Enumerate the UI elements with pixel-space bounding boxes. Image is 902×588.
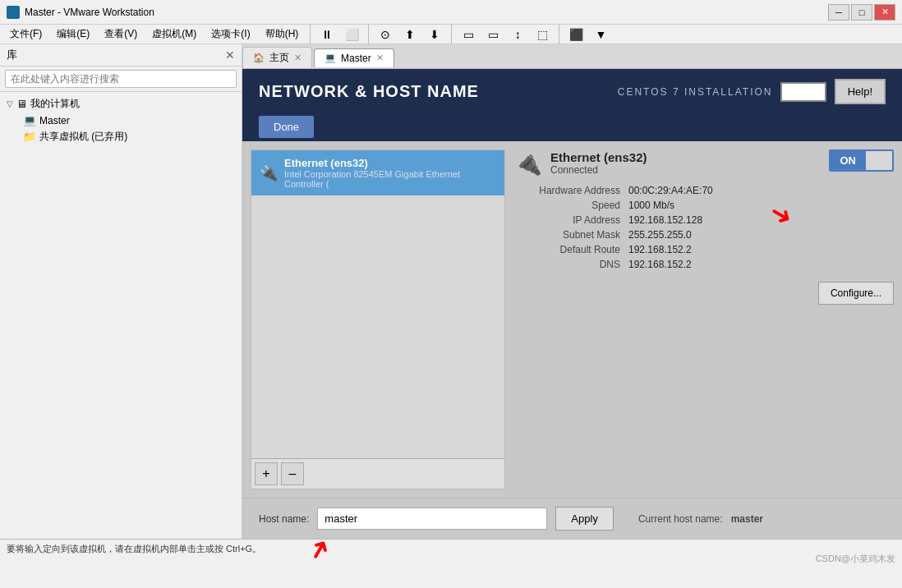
tab-master[interactable]: 💻 Master ✕ — [314, 48, 394, 67]
details-adapter-info: 🔌 Ethernet (ens32) Connected — [513, 149, 647, 177]
toggle-off-button[interactable] — [866, 151, 892, 170]
hostname-input[interactable] — [317, 508, 547, 530]
menu-help[interactable]: 帮助(H) — [259, 25, 306, 43]
vm-tab-icon: 💻 — [324, 53, 336, 63]
apply-button[interactable]: Apply — [555, 507, 614, 531]
adapters-toolbar: + – — [251, 458, 504, 489]
tree-children: 💻 Master 📁 共享虚拟机 (已弃用) — [20, 113, 238, 145]
sidebar-close-button[interactable]: ✕ — [225, 48, 235, 62]
menu-tabs[interactable]: 选项卡(I) — [205, 25, 256, 43]
add-adapter-button[interactable]: + — [255, 462, 278, 485]
tab-home-label: 主页 — [269, 51, 289, 65]
tree-item-shared[interactable]: 📁 共享虚拟机 (已弃用) — [20, 128, 238, 145]
pause-button[interactable]: ⏸ — [315, 23, 338, 46]
tree-item-my-computers[interactable]: ▽ 🖥 我的计算机 — [3, 95, 238, 113]
keyboard-input-area: ⌨ us — [780, 82, 826, 102]
adapter-name: Ethernet (ens32) — [284, 157, 496, 169]
configure-button[interactable]: Configure... — [818, 282, 894, 305]
shared-icon: 📁 — [23, 131, 36, 143]
toolbar-icon-2[interactable]: ⊙ — [374, 23, 397, 46]
network-top-right: CENTOS 7 INSTALLATION ⌨ us Help! — [618, 79, 886, 104]
toggle-button-group: ON — [829, 149, 895, 172]
details-row-subnet: Subnet Mask 255.255.255.0 — [513, 229, 894, 241]
tree-arrow: ▽ — [7, 99, 16, 108]
window-title: Master - VMware Workstation — [25, 7, 828, 18]
toolbar-icon-7[interactable]: ↕ — [506, 23, 529, 46]
details-row-ip: IP Address 192.168.152.128 — [513, 214, 894, 226]
toolbar-icon-5[interactable]: ▭ — [457, 23, 480, 46]
window-controls: ─ □ ✕ — [828, 4, 895, 21]
ip-address-value: 192.168.152.128 — [628, 214, 702, 226]
details-row-speed: Speed 1000 Mb/s — [513, 200, 894, 211]
menu-vm[interactable]: 虚拟机(M) — [145, 25, 203, 43]
toolbar-icon-10[interactable]: ▼ — [589, 23, 612, 46]
menu-edit[interactable]: 编辑(E) — [50, 25, 96, 43]
tab-master-label: Master — [341, 53, 371, 64]
ip-address-label: IP Address — [513, 214, 628, 226]
adapters-panel: 🔌 Ethernet (ens32) Intel Corporation 825… — [251, 149, 505, 489]
master-label: Master — [39, 115, 70, 126]
minimize-button[interactable]: ─ — [828, 4, 849, 21]
details-row-hardware: Hardware Address 00:0C:29:A4:AE:70 — [513, 185, 894, 196]
speed-value: 1000 Mb/s — [628, 200, 674, 211]
shared-label: 共享虚拟机 (已弃用) — [39, 130, 127, 144]
toggle-on-button[interactable]: ON — [831, 151, 867, 170]
tree-item-master[interactable]: 💻 Master — [20, 113, 238, 128]
toolbar-icon-1[interactable]: ⬜ — [340, 23, 363, 46]
toolbar-sep-4 — [559, 25, 559, 44]
close-button[interactable]: ✕ — [874, 4, 895, 21]
hostname-label: Host name: — [259, 513, 309, 525]
tab-home-close[interactable]: ✕ — [294, 53, 301, 63]
menubar: 文件(F) 编辑(E) 查看(V) 虚拟机(M) 选项卡(I) 帮助(H) ⏸ … — [0, 25, 902, 44]
toolbar-sep-3 — [451, 25, 452, 44]
remove-adapter-button[interactable]: – — [281, 462, 304, 485]
done-area: Done — [242, 111, 902, 141]
adapter-icon: 🔌 — [260, 164, 278, 182]
toolbar-sep-2 — [368, 25, 369, 44]
help-button[interactable]: Help! — [835, 79, 886, 104]
vm-icon: 💻 — [23, 114, 36, 126]
network-header: NETWORK & HOST NAME CENTOS 7 INSTALLATIO… — [242, 69, 902, 111]
default-route-value: 192.168.152.2 — [628, 244, 692, 255]
default-route-label: Default Route — [513, 244, 628, 255]
vm-panel: NETWORK & HOST NAME CENTOS 7 INSTALLATIO… — [242, 69, 902, 539]
speed-label: Speed — [513, 200, 628, 211]
toolbar-icon-6[interactable]: ▭ — [481, 23, 504, 46]
adapter-item-ens32[interactable]: 🔌 Ethernet (ens32) Intel Corporation 825… — [251, 150, 504, 195]
toolbar-icon-8[interactable]: ⬚ — [531, 23, 554, 46]
network-body: 🔌 Ethernet (ens32) Intel Corporation 825… — [242, 141, 902, 539]
details-row-gateway: Default Route 192.168.152.2 — [513, 244, 894, 255]
details-adapter-status: Connected — [550, 164, 647, 176]
done-button[interactable]: Done — [259, 116, 314, 138]
tab-master-close[interactable]: ✕ — [376, 53, 384, 63]
network-main: 🔌 Ethernet (ens32) Intel Corporation 825… — [242, 141, 902, 498]
keyboard-icon: ⌨ — [787, 85, 803, 99]
statusbar-text: 要将输入定向到该虚拟机，请在虚拟机内部单击主或按 Ctrl+G。 — [7, 543, 261, 555]
dns-value: 192.168.152.2 — [628, 259, 692, 270]
my-computers-label: 我的计算机 — [30, 97, 80, 111]
dns-label: DNS — [513, 259, 628, 270]
hardware-address-label: Hardware Address — [513, 185, 628, 196]
toolbar-icon-4[interactable]: ⬇ — [423, 23, 446, 46]
toolbar-icon-3[interactable]: ⬆ — [398, 23, 421, 46]
current-hostname-area: Current host name: master — [638, 513, 763, 525]
sidebar-search-input[interactable] — [5, 70, 237, 88]
content-area: 🏠 主页 ✕ 💻 Master ✕ NETWORK & HOST NAME — [242, 44, 902, 539]
main-layout: 库 ✕ ▽ 🖥 我的计算机 💻 Master 📁 — [0, 44, 902, 539]
details-adapter-icon: 🔌 — [513, 149, 542, 177]
details-table: Hardware Address 00:0C:29:A4:AE:70 Speed… — [513, 185, 894, 273]
computer-icon: 🖥 — [16, 98, 27, 110]
details-top: 🔌 Ethernet (ens32) Connected ON — [513, 149, 894, 177]
menu-view[interactable]: 查看(V) — [98, 25, 144, 43]
adapters-list: 🔌 Ethernet (ens32) Intel Corporation 825… — [251, 150, 504, 458]
toolbar-icon-9[interactable]: ⬛ — [564, 23, 587, 46]
titlebar: Master - VMware Workstation ─ □ ✕ — [0, 0, 902, 25]
hostname-area: Host name: Apply Current host name: mast… — [242, 498, 902, 539]
statusbar: 要将输入定向到该虚拟机，请在虚拟机内部单击主或按 Ctrl+G。 — [0, 539, 902, 558]
details-row-dns: DNS 192.168.152.2 — [513, 259, 894, 270]
menu-file[interactable]: 文件(F) — [3, 25, 48, 43]
tab-home[interactable]: 🏠 主页 ✕ — [242, 47, 312, 68]
current-hostname-value: master — [731, 513, 763, 525]
sidebar-search-area — [0, 67, 242, 92]
maximize-button[interactable]: □ — [851, 4, 872, 21]
